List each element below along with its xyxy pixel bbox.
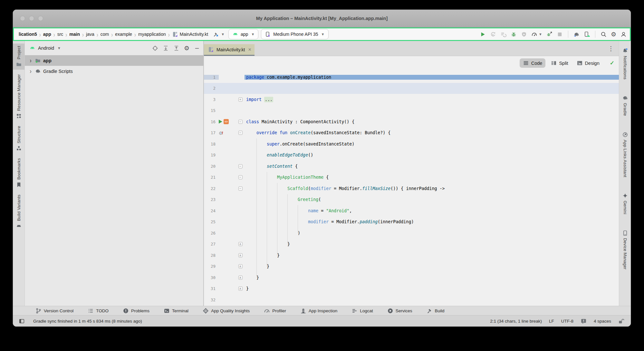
breadcrumb-item-com[interactable]: com xyxy=(100,31,110,37)
tool-window-button-structure[interactable]: Structure xyxy=(13,124,24,154)
tool-window-button-project[interactable]: Project xyxy=(13,44,24,70)
account-button[interactable] xyxy=(620,31,627,37)
fold-open-icon[interactable]: − xyxy=(238,186,243,191)
attach-debugger-button[interactable] xyxy=(521,31,527,37)
fold-open-icon[interactable]: − xyxy=(238,131,243,135)
fold-collapsed-icon[interactable]: + xyxy=(238,97,243,102)
tab-mainactivity[interactable]: MainActivity.kt × xyxy=(204,44,255,56)
expand-all-icon[interactable] xyxy=(163,45,169,51)
code-text[interactable]: } xyxy=(245,286,619,291)
profile-low-overhead-button[interactable] xyxy=(546,31,553,37)
tool-window-button-app-quality-insights[interactable]: App Quality Insights xyxy=(203,308,250,314)
code-text[interactable]: class MainActivity : ComponentActivity()… xyxy=(245,119,619,124)
build-type-selector[interactable]: ▼ xyxy=(213,31,225,37)
device-selector[interactable]: Medium Phone API 35 ▼ xyxy=(261,29,328,39)
tool-window-button-device-manager[interactable]: Device Manager xyxy=(619,228,631,272)
fold-end-icon[interactable]: ∧ xyxy=(238,242,243,246)
close-window-button[interactable] xyxy=(20,16,25,21)
code-editor[interactable]: 1package com.example.myapplication23+imp… xyxy=(204,70,619,306)
line-number[interactable]: 25 xyxy=(204,219,219,224)
line-number[interactable]: 26 xyxy=(204,231,219,236)
code-line-30[interactable]: 30∧ } xyxy=(204,272,619,283)
code-line-21[interactable]: 21− MyApplicationTheme { xyxy=(204,172,619,183)
code-line-22[interactable]: 22− Scaffold(modifier = Modifier.fillMax… xyxy=(204,183,619,194)
code-line-27[interactable]: 27∧ } xyxy=(204,239,619,250)
fold-end-icon[interactable]: ∧ xyxy=(238,276,243,280)
code-text[interactable]: Scaffold(modifier = Modifier.fillMaxSize… xyxy=(245,186,619,191)
code-line-1[interactable]: 1package com.example.myapplication xyxy=(204,72,619,83)
code-line-29[interactable]: 29∧ } xyxy=(204,261,619,272)
compose-preview-icon[interactable]: <> xyxy=(224,119,229,124)
line-number[interactable]: 15 xyxy=(204,108,219,113)
code-line-19[interactable]: 19 enableEdgeToEdge() xyxy=(204,150,619,161)
settings-icon[interactable]: ⚙ xyxy=(184,45,189,51)
line-number[interactable]: 2 xyxy=(204,86,219,91)
code-text[interactable]: Greeting( xyxy=(245,197,619,202)
fold-end-icon[interactable]: ∧ xyxy=(238,253,243,257)
notification-bubble-icon[interactable] xyxy=(581,318,587,324)
line-number[interactable]: 28 xyxy=(204,253,219,258)
view-mode-design[interactable]: Design xyxy=(573,58,603,68)
breadcrumb-item-src[interactable]: src xyxy=(56,31,64,37)
tool-window-button-profiler[interactable]: Profiler xyxy=(264,308,286,314)
tool-window-button-app-links-assistant[interactable]: App Links Assistant xyxy=(619,129,631,180)
tool-window-button-gradle[interactable]: Gradle xyxy=(619,93,631,118)
tool-window-button-resource-manager[interactable]: Resource Manager xyxy=(13,72,24,121)
code-text[interactable]: } xyxy=(245,275,619,280)
minimize-window-button[interactable] xyxy=(29,16,34,21)
code-line-24[interactable]: 24 name = "Android", xyxy=(204,205,619,216)
line-number[interactable]: 20 xyxy=(204,164,219,169)
lock-open-icon[interactable] xyxy=(618,318,624,324)
tree-item-gradle-scripts[interactable]: ›Gradle Scripts xyxy=(25,66,203,76)
close-tab-icon[interactable]: × xyxy=(248,47,251,53)
caret-position[interactable]: 2:1 (34 chars, 1 line break) xyxy=(490,319,542,324)
line-number[interactable]: 1 xyxy=(204,75,219,80)
code-text[interactable]: enableEdgeToEdge() xyxy=(245,153,619,157)
tool-window-button-notifications[interactable]: Notifications xyxy=(619,45,631,82)
line-ending[interactable]: LF xyxy=(549,319,554,324)
code-text[interactable]: modifier = Modifier.padding(innerPadding… xyxy=(245,219,619,224)
override-method-icon[interactable] xyxy=(219,130,224,135)
tool-window-layout-icon[interactable] xyxy=(19,318,25,324)
tool-window-button-todo[interactable]: TODO xyxy=(88,308,109,314)
line-number[interactable]: 21 xyxy=(204,175,219,180)
code-text[interactable]: } xyxy=(245,242,619,246)
tree-item-app[interactable]: ›app xyxy=(25,55,203,66)
run-configuration-selector[interactable]: app ▼ xyxy=(228,29,258,39)
fold-open-icon[interactable]: − xyxy=(238,120,243,124)
code-line-32[interactable]: 32 xyxy=(204,294,619,306)
tool-window-button-bookmarks[interactable]: Bookmarks xyxy=(13,156,24,190)
code-text[interactable]: import ... xyxy=(245,97,619,102)
tool-window-button-version-control[interactable]: Version Control xyxy=(35,308,73,314)
line-number[interactable]: 22 xyxy=(204,186,219,191)
apply-code-changes-button[interactable] xyxy=(500,31,506,37)
code-line-31[interactable]: 31∧} xyxy=(204,283,619,295)
debug-button[interactable] xyxy=(511,31,517,37)
view-mode-code[interactable]: Code xyxy=(520,58,546,68)
tool-window-button-services[interactable]: Services xyxy=(387,308,412,314)
apply-changes-restart-button[interactable]: A xyxy=(490,31,496,37)
code-text[interactable]: ) xyxy=(245,231,619,236)
fold-open-icon[interactable]: − xyxy=(238,164,243,168)
breadcrumb-item-main[interactable]: main xyxy=(68,31,81,37)
code-text[interactable]: setContent { xyxy=(245,164,619,169)
line-number[interactable]: 32 xyxy=(204,297,219,302)
line-number[interactable]: 31 xyxy=(204,286,219,291)
code-line-25[interactable]: 25 modifier = Modifier.padding(innerPadd… xyxy=(204,216,619,228)
fold-end-icon[interactable]: ∧ xyxy=(238,286,243,291)
zoom-window-button[interactable] xyxy=(38,16,43,21)
profiler-button[interactable]: ▼ xyxy=(531,31,542,37)
code-text[interactable]: name = "Android", xyxy=(245,208,619,213)
encoding[interactable]: UTF-8 xyxy=(561,319,573,324)
project-view-selector[interactable]: Android ▼ xyxy=(29,45,61,51)
fold-end-icon[interactable]: ∧ xyxy=(238,264,243,268)
inspections-ok-icon[interactable]: ✓ xyxy=(610,60,614,66)
breadcrumb-item-myapplication[interactable]: myapplication xyxy=(137,31,167,37)
indent-setting[interactable]: 4 spaces xyxy=(594,319,611,324)
breadcrumb-item-lication5[interactable]: lication5 xyxy=(18,31,38,37)
code-text[interactable]: } xyxy=(245,264,619,269)
breadcrumb-item-java[interactable]: java xyxy=(85,31,95,37)
code-line-18[interactable]: 18 super.onCreate(savedInstanceState) xyxy=(204,138,619,150)
code-text[interactable]: } xyxy=(245,253,619,258)
code-line-2[interactable]: 2 xyxy=(204,83,619,94)
